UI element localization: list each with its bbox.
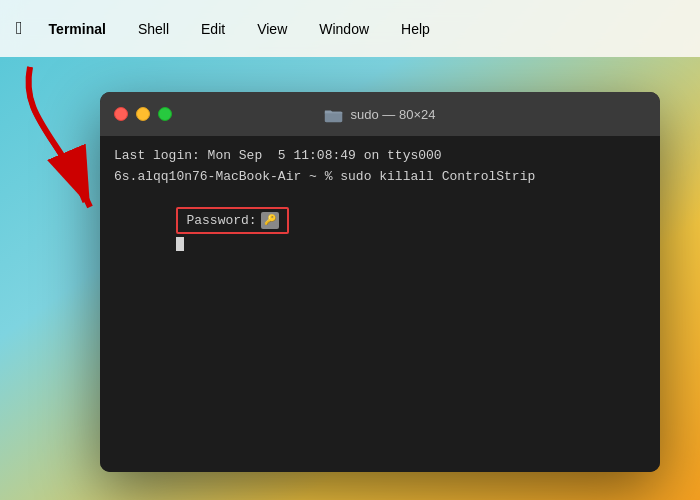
- menu-shell[interactable]: Shell: [132, 17, 175, 41]
- terminal-line-2: 6s.alqq10n76-MacBook-Air ~ % sudo killal…: [114, 167, 646, 187]
- maximize-button[interactable]: [158, 107, 172, 121]
- minimize-button[interactable]: [136, 107, 150, 121]
- menu-view[interactable]: View: [251, 17, 293, 41]
- terminal-line-1: Last login: Mon Sep 5 11:08:49 on ttys00…: [114, 146, 646, 166]
- terminal-content[interactable]: Last login: Mon Sep 5 11:08:49 on ttys00…: [100, 136, 660, 472]
- password-label: Password:: [186, 211, 256, 231]
- close-button[interactable]: [114, 107, 128, 121]
- password-box: Password: 🔑: [176, 207, 288, 235]
- terminal-title: sudo — 80×24: [351, 107, 436, 122]
- terminal-titlebar: sudo — 80×24: [100, 92, 660, 136]
- menu-terminal[interactable]: Terminal: [43, 17, 112, 41]
- key-icon: 🔑: [261, 212, 279, 229]
- terminal-title-center: sudo — 80×24: [325, 107, 436, 122]
- apple-logo-icon[interactable]: : [16, 18, 23, 39]
- menu-bar:  Terminal Shell Edit View Window Help: [0, 0, 700, 57]
- menu-help[interactable]: Help: [395, 17, 436, 41]
- menu-edit[interactable]: Edit: [195, 17, 231, 41]
- terminal-window: sudo — 80×24 Last login: Mon Sep 5 11:08…: [100, 92, 660, 472]
- terminal-cursor: [176, 237, 184, 251]
- menu-window[interactable]: Window: [313, 17, 375, 41]
- folder-icon: [325, 107, 343, 121]
- traffic-lights: [114, 107, 172, 121]
- desktop: sudo — 80×24 Last login: Mon Sep 5 11:08…: [0, 57, 700, 500]
- terminal-password-line: Password: 🔑: [114, 187, 646, 273]
